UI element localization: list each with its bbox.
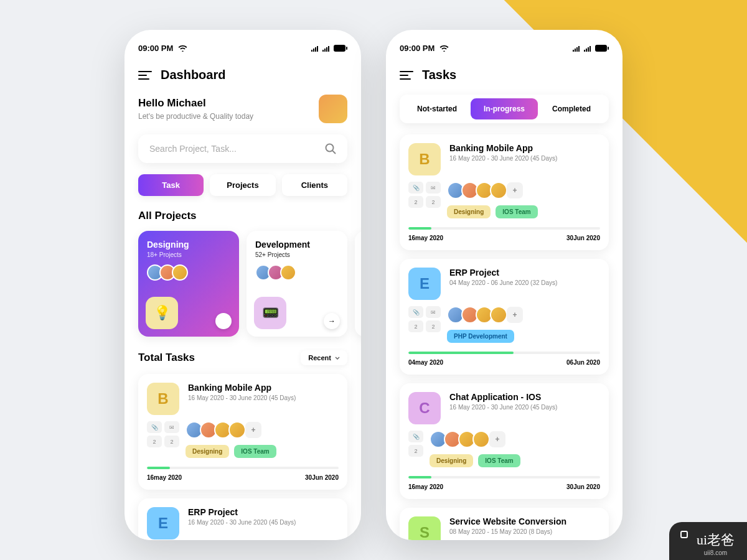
task-card[interactable]: S Service Website Conversion 08 May 2020… bbox=[400, 508, 609, 540]
svg-rect-17 bbox=[586, 49, 587, 52]
category-tabs: Task Projects Clients bbox=[138, 174, 347, 196]
task-dates: 16 May 2020 - 30 June 2020 (45 Days) bbox=[188, 394, 296, 401]
tag-ios-team[interactable]: IOS Team bbox=[496, 205, 537, 218]
attachment-icon: 📎 bbox=[408, 306, 423, 318]
phone-tasks: 09:00 PM Tasks Not-started In-progress C… bbox=[386, 30, 622, 540]
code-icon: 📟 bbox=[254, 297, 286, 329]
task-name: ERP Project bbox=[188, 507, 296, 517]
search-icon[interactable] bbox=[325, 143, 336, 154]
project-avatars bbox=[255, 264, 339, 281]
wifi-icon bbox=[439, 45, 449, 52]
task-name: Service Website Conversion bbox=[449, 516, 566, 526]
filter-not-started[interactable]: Not-started bbox=[403, 98, 471, 119]
task-avatars: + bbox=[447, 182, 600, 199]
svg-rect-20 bbox=[595, 45, 607, 52]
svg-rect-8 bbox=[334, 45, 345, 52]
add-member-button[interactable]: + bbox=[507, 182, 523, 198]
recent-label: Recent bbox=[308, 354, 331, 362]
progress-bar bbox=[408, 476, 431, 478]
task-dates: 16 May 2020 - 30 June 2020 (45 Days) bbox=[188, 519, 296, 526]
end-date: 30Jun 2020 bbox=[566, 483, 600, 490]
filter-completed[interactable]: Completed bbox=[538, 98, 605, 119]
page-title: Tasks bbox=[422, 68, 456, 82]
task-card[interactable]: B Banking Mobile App 16 May 2020 - 30 Ju… bbox=[400, 134, 609, 250]
search-input[interactable] bbox=[149, 144, 325, 154]
message-count: 2 bbox=[164, 436, 179, 447]
task-card[interactable]: E ERP Project 04 May 2020 - 06 June 2020… bbox=[400, 259, 609, 375]
add-member-button[interactable]: + bbox=[245, 422, 261, 438]
tab-projects[interactable]: Projects bbox=[210, 174, 275, 196]
menu-icon[interactable] bbox=[400, 71, 413, 80]
progress-bar bbox=[147, 467, 170, 469]
project-card-partial[interactable]: M 25 bbox=[355, 231, 361, 337]
task-card[interactable]: B Banking Mobile App 16 May 2020 - 30 Ju… bbox=[138, 374, 347, 490]
tag-designing[interactable]: Designing bbox=[186, 445, 229, 458]
svg-rect-14 bbox=[576, 47, 578, 52]
tab-clients[interactable]: Clients bbox=[282, 174, 347, 196]
task-dates: 16 May 2020 - 30 June 2020 (45 Days) bbox=[449, 404, 557, 411]
watermark: ui老爸 uii8.com bbox=[669, 522, 747, 560]
recent-dropdown[interactable]: Recent bbox=[301, 350, 347, 365]
watermark-icon bbox=[680, 531, 688, 538]
tag-ios-team[interactable]: IOS Team bbox=[478, 454, 520, 467]
project-card-development[interactable]: Development 52+ Projects 📟 → bbox=[247, 231, 347, 337]
project-count: 52+ Projects bbox=[255, 251, 339, 258]
user-avatar[interactable] bbox=[319, 95, 347, 123]
svg-rect-18 bbox=[588, 47, 589, 52]
menu-icon[interactable] bbox=[138, 71, 152, 80]
tag-ios-team[interactable]: IOS Team bbox=[234, 445, 276, 458]
svg-rect-2 bbox=[315, 47, 316, 52]
attachment-icon: 📎 bbox=[147, 421, 162, 433]
project-card-designing[interactable]: Designing 18+ Projects 💡 → bbox=[138, 231, 239, 337]
tag-designing[interactable]: Designing bbox=[430, 454, 473, 467]
attachment-icon: 📎 bbox=[408, 182, 423, 194]
svg-rect-9 bbox=[346, 47, 347, 50]
arrow-button[interactable]: → bbox=[324, 313, 340, 329]
tag-designing[interactable]: Designing bbox=[447, 205, 491, 218]
tasks-heading: Total Tasks bbox=[138, 352, 195, 364]
svg-rect-0 bbox=[311, 50, 312, 52]
start-date: 16may 2020 bbox=[147, 474, 182, 481]
attachment-count: 2 bbox=[408, 320, 423, 332]
message-icon: ✉ bbox=[164, 421, 179, 433]
message-count: 2 bbox=[426, 196, 441, 208]
add-member-button[interactable]: + bbox=[489, 431, 505, 447]
task-dates: 04 May 2020 - 06 June 2020 (32 Days) bbox=[449, 279, 557, 286]
svg-rect-1 bbox=[313, 49, 314, 52]
project-cards[interactable]: Designing 18+ Projects 💡 → Development 5… bbox=[138, 231, 361, 337]
page-title: Dashboard bbox=[161, 68, 225, 82]
svg-rect-19 bbox=[590, 46, 591, 52]
task-card[interactable]: C Chat Application - IOS 16 May 2020 - 3… bbox=[400, 383, 609, 499]
task-name: Banking Mobile App bbox=[188, 383, 296, 393]
end-date: 06Jun 2020 bbox=[566, 359, 600, 366]
phone-dashboard: 09:00 PM Dashboard Hello Michael Let's b… bbox=[125, 30, 361, 540]
end-date: 30Jun 2020 bbox=[305, 474, 339, 481]
filter-in-progress[interactable]: In-progress bbox=[471, 98, 538, 119]
signal-icon bbox=[584, 45, 593, 52]
arrow-button[interactable]: → bbox=[215, 313, 232, 329]
search-box[interactable] bbox=[138, 134, 347, 163]
project-avatars bbox=[147, 264, 230, 281]
add-member-button[interactable]: + bbox=[507, 307, 523, 323]
project-name: Development bbox=[255, 240, 339, 250]
svg-rect-6 bbox=[326, 47, 327, 52]
chevron-down-icon bbox=[335, 357, 340, 360]
battery-icon bbox=[334, 45, 347, 52]
message-icon: ✉ bbox=[426, 182, 441, 194]
svg-rect-3 bbox=[317, 46, 318, 52]
filter-tabs: Not-started In-progress Completed bbox=[400, 95, 609, 123]
svg-line-11 bbox=[332, 151, 336, 154]
projects-heading: All Projects bbox=[138, 210, 347, 222]
tab-task[interactable]: Task bbox=[138, 174, 204, 196]
task-card[interactable]: E ERP Project 16 May 2020 - 30 June 2020… bbox=[138, 498, 347, 540]
svg-rect-7 bbox=[328, 46, 329, 52]
progress-bar bbox=[408, 352, 514, 354]
start-date: 16may 2020 bbox=[408, 483, 443, 490]
attachment-count: 2 bbox=[147, 436, 162, 447]
svg-point-10 bbox=[326, 144, 334, 152]
svg-rect-5 bbox=[324, 49, 326, 52]
status-bar: 09:00 PM bbox=[400, 44, 609, 53]
task-avatars: + bbox=[430, 431, 600, 448]
tag-php[interactable]: PHP Development bbox=[447, 330, 514, 343]
task-dates: 08 May 2020 - 15 May 2020 (8 Days) bbox=[449, 528, 566, 535]
